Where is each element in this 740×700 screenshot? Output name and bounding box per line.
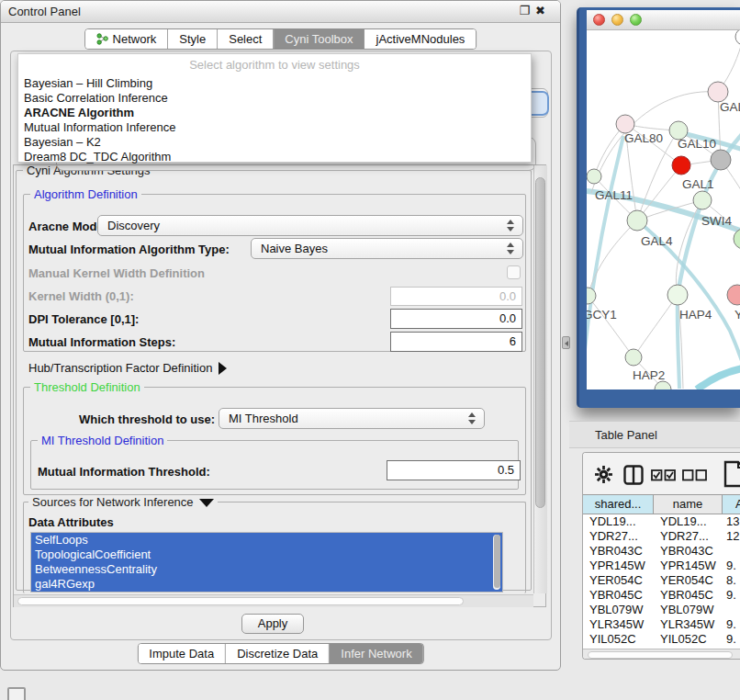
network-node-gal11[interactable] [587,169,601,184]
table-row[interactable]: YPR145WYPR145W9. [583,559,740,573]
network-node-hap2[interactable] [625,349,642,366]
zoom-traffic-light[interactable] [630,14,642,26]
table-cell: 9. [723,632,740,645]
table-cell: 8. [723,573,740,588]
table-row[interactable]: YBR043CYBR043C [583,544,740,559]
collapse-down-icon[interactable] [199,499,214,507]
minimized-panel-icon[interactable] [7,687,26,700]
float-window-icon[interactable]: ❐ [519,4,535,17]
table-cell: 13 [723,514,740,529]
data-attribute-item[interactable]: SelfLoops [31,533,502,548]
node-label: GAL [720,100,740,114]
mi-algorithm-type-combobox[interactable]: Naive Bayes [251,238,523,259]
dropdown-item[interactable]: Mutual Information Inference [24,120,525,135]
aracne-mode-label: Aracne Mode: [28,220,107,233]
tab-network[interactable]: Network [85,29,169,49]
data-attribute-item[interactable]: BetweennessCentrality [31,562,502,577]
close-icon[interactable]: ✖ [535,4,551,17]
manual-kernel-label: Manual Kernel Width Definition [28,266,205,280]
network-node-gal80[interactable] [616,115,634,133]
scrollbar-thumb[interactable] [17,597,464,605]
table-row[interactable]: YBR045CYBR045C9. [583,588,740,603]
column-header-shared...[interactable]: shared... [583,495,654,514]
scrollbar-thumb[interactable] [535,177,545,508]
tab-style[interactable]: Style [168,29,218,49]
dpi-tolerance-field[interactable]: 0.0 [390,309,522,329]
scrollbar-thumb[interactable] [588,651,733,659]
scrollbar-thumb[interactable] [494,535,500,588]
column-header-A[interactable]: A [723,495,740,514]
network-node[interactable] [734,229,740,249]
network-node-gcy1[interactable] [587,288,596,304]
table-cell [723,603,740,617]
settings-horizontal-scrollbar[interactable] [14,594,533,607]
aracne-mode-combobox[interactable]: Discovery [97,215,523,236]
dropdown-placeholder: Select algorithm to view settings [18,58,531,72]
network-node[interactable] [711,150,731,170]
network-node-y[interactable] [727,285,740,305]
table-cell: YPR145W [583,559,654,573]
network-edge [697,368,740,390]
deselect-checks-icon[interactable] [682,469,707,481]
column-header-name[interactable]: name [654,495,723,514]
table-cell: YDR27... [654,529,723,544]
table-cell: YPR145W [654,559,723,573]
apply-button[interactable]: Apply [241,614,304,634]
manual-kernel-checkbox[interactable] [507,265,521,279]
settings-vertical-scrollbar[interactable] [533,165,547,593]
gear-icon[interactable] [594,465,613,484]
close-traffic-light[interactable] [593,14,605,26]
column-view-icon[interactable] [623,465,644,485]
network-node-hap4[interactable] [667,285,688,305]
mi-threshold-field[interactable]: 0.5 [387,460,521,480]
table-row[interactable]: YIL052CYIL052C9. [583,632,740,645]
dropdown-item[interactable]: Bayesian – K2 [24,135,525,150]
sources-title-text: Sources for Network Inference [32,495,194,509]
list-vertical-scrollbar[interactable] [493,535,500,590]
function-doc-icon[interactable] [723,460,740,488]
which-threshold-combobox[interactable]: MI Threshold [219,408,485,429]
expand-right-icon[interactable] [219,362,227,375]
select-all-checks-icon[interactable] [651,469,676,481]
data-attributes-list[interactable]: SelfLoopsTopologicalCoefficientBetweenne… [30,532,503,593]
tab-jactivemnodules[interactable]: jActiveMNodules [365,29,477,49]
data-attribute-item[interactable]: TopologicalCoefficient [31,548,502,562]
tab-label: Network [113,32,157,46]
dropdown-item[interactable]: Bayesian – Hill Climbing [24,76,525,91]
network-node-gal[interactable] [708,82,728,102]
table-row[interactable]: YDL19...YDL19...13 [583,514,740,529]
tab-cyni-toolbox[interactable]: Cyni Toolbox [274,29,364,49]
minimize-traffic-light[interactable] [611,14,623,26]
hub-definition-label: Hub/Transcription Factor Definition [28,361,212,375]
table-cell [723,544,740,559]
network-node[interactable] [735,30,740,45]
hub-definition-section[interactable]: Hub/Transcription Factor Definition [28,361,227,375]
table-row[interactable]: YBL079WYBL079W [583,603,740,617]
network-node-swi4[interactable] [693,191,712,209]
network-edge [588,296,633,357]
tab-discretize-data[interactable]: Discretize Data [226,644,330,663]
table-row[interactable]: YLR345WYLR345W9. [583,617,740,632]
network-canvas[interactable]: GALGAL80GAL10GAL1GAL11SWI4GAL4GCY1HAP4YH… [587,30,740,390]
dropdown-item[interactable]: Dream8 DC_TDC Algorithm [24,150,525,164]
dropdown-item[interactable]: ARACNE Algorithm [24,106,525,120]
tab-select[interactable]: Select [218,29,274,49]
network-view-inner: GALGAL80GAL10GAL1GAL11SWI4GAL4GCY1HAP4YH… [587,10,740,390]
network-node-gal1[interactable] [672,156,690,175]
combo-value: Discovery [107,219,160,232]
tab-infer-network[interactable]: Infer Network [330,644,422,663]
node-label: GAL1 [682,177,714,191]
table-row[interactable]: YER054CYER054C8. [583,573,740,588]
table-row[interactable]: YDR27...YDR27...12 [583,529,740,544]
table-horizontal-scrollbar[interactable] [583,649,740,660]
panel-divider-handle[interactable] [562,336,570,349]
data-attribute-item[interactable]: gal4RGexp [31,577,502,592]
network-node-gal4[interactable] [627,210,647,231]
tab-impute-data[interactable]: Impute Data [138,644,226,663]
table-cell: YBL079W [654,603,723,617]
dropdown-item[interactable]: Basic Correlation Inference [24,91,525,106]
mi-steps-field[interactable]: 6 [390,332,522,352]
table-cell: YER054C [654,573,723,588]
kernel-width-field[interactable]: 0.0 [390,287,522,306]
control-panel-tabbar: NetworkStyleSelectCyni ToolboxjActiveMNo… [84,28,477,50]
